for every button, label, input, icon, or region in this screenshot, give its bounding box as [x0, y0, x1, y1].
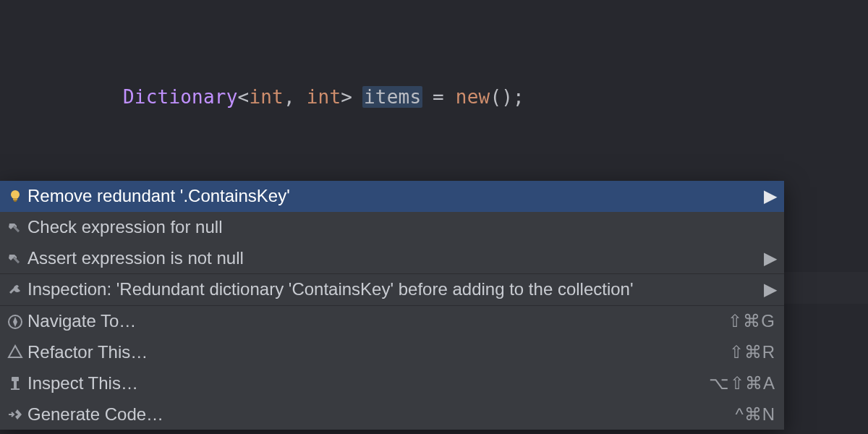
compass-icon: [7, 314, 23, 330]
intention-actions-popup[interactable]: Remove redundant '.ContainsKey'▶Check ex…: [0, 181, 784, 430]
token-identifier-items: items: [362, 86, 422, 108]
code-line-blank: [123, 145, 868, 176]
popup-item[interactable]: Navigate To…⇧⌘G: [0, 305, 784, 337]
popup-item[interactable]: Remove redundant '.ContainsKey'▶: [0, 181, 784, 212]
code-line: Dictionary<int, int> items = new();: [123, 81, 868, 113]
popup-item[interactable]: Refactor This…⇧⌘R: [0, 337, 784, 368]
popup-item-label: Refactor This…: [27, 340, 725, 365]
inspect-icon: [7, 375, 23, 391]
chevron-right-icon: ▶: [764, 246, 775, 271]
popup-item[interactable]: Assert expression is not null▶: [0, 243, 784, 274]
popup-item[interactable]: Inspect This…⌥⇧⌘A: [0, 368, 784, 399]
shape-icon: [7, 344, 23, 360]
keyboard-shortcut: ⇧⌘G: [728, 309, 775, 334]
bulb-icon: [7, 188, 23, 204]
popup-item-label: Inspect This…: [27, 371, 705, 396]
chevron-right-icon: ▶: [764, 184, 775, 209]
generate-icon: [7, 407, 23, 422]
token-type: Dictionary: [123, 86, 238, 108]
keyboard-shortcut: ⇧⌘R: [729, 340, 775, 365]
popup-item-label: Check expression for null: [27, 215, 775, 240]
popup-item[interactable]: Inspection: 'Redundant dictionary 'Conta…: [0, 273, 784, 305]
chevron-right-icon: ▶: [764, 277, 775, 302]
popup-item[interactable]: Generate Code…^⌘N: [0, 399, 784, 430]
hammer-icon: [7, 250, 23, 266]
wrench-icon: [7, 282, 23, 298]
keyboard-shortcut: ^⌘N: [735, 402, 775, 427]
keyboard-shortcut: ⌥⇧⌘A: [709, 371, 775, 396]
popup-item-label: Inspection: 'Redundant dictionary 'Conta…: [27, 277, 760, 302]
popup-item-label: Generate Code…: [27, 402, 731, 427]
popup-item-label: Assert expression is not null: [27, 246, 760, 271]
popup-item-label: Navigate To…: [27, 309, 723, 334]
popup-item[interactable]: Check expression for null: [0, 212, 784, 243]
popup-item-label: Remove redundant '.ContainsKey': [27, 184, 760, 209]
hammer-icon: [7, 219, 23, 235]
